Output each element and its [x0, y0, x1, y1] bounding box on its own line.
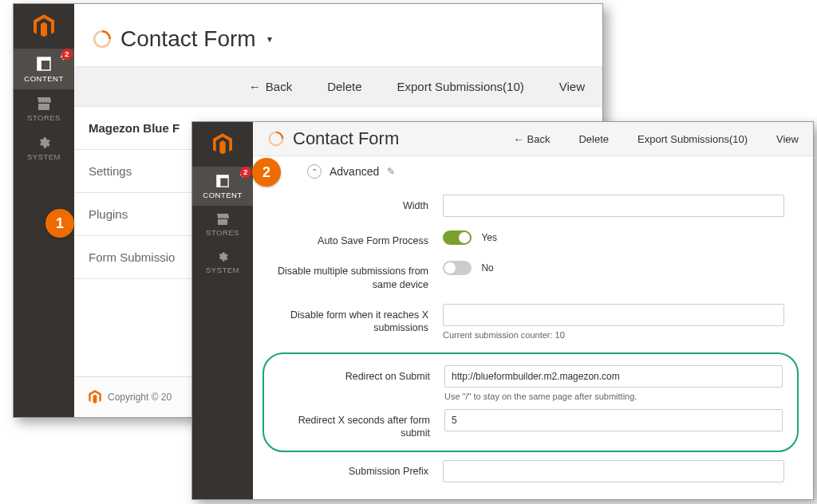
export-button[interactable]: Export Submissions(10)	[397, 80, 524, 93]
row-autosave: Auto Save Form Process Yes	[267, 230, 784, 247]
delete-button[interactable]: Delete	[578, 133, 609, 145]
magento-logo-small-icon	[89, 390, 101, 404]
spinner-icon	[267, 130, 285, 148]
nav-content-label: CONTENT	[203, 191, 242, 199]
nav-stores[interactable]: STORES	[14, 89, 74, 128]
main-b: Contact Form ←Back Delete Export Submiss…	[253, 122, 813, 499]
edit-section-button[interactable]: ✎	[387, 166, 395, 177]
nav-stores[interactable]: STORES	[192, 206, 253, 243]
row-disable-reach: Disable form when it reaches X submissio…	[267, 304, 784, 340]
title-caret-icon[interactable]: ▾	[267, 33, 272, 45]
delete-label: Delete	[327, 80, 361, 93]
view-button[interactable]: View	[559, 80, 585, 93]
notification-bell[interactable]: 2	[239, 170, 247, 179]
redirect-delay-input[interactable]	[444, 409, 783, 431]
disable-reach-helper: Current submission counter: 10	[443, 330, 784, 340]
view-label: View	[776, 133, 799, 145]
notification-badge: 2	[61, 49, 73, 60]
view-button[interactable]: View	[776, 133, 799, 145]
row-prefix: Submission Prefix	[267, 460, 784, 482]
export-button[interactable]: Export Submissions(10)	[637, 133, 748, 145]
page-title-row: Contact Form ▾	[74, 4, 602, 66]
nav-stores-label: STORES	[27, 113, 61, 122]
svg-rect-6	[217, 175, 220, 187]
row-redirect-delay: Redirect X seconds after form submit	[278, 409, 783, 440]
export-label: Export Submissions(10)	[637, 133, 748, 145]
sidebar-b: CONTENT 2 STORES SYSTEM	[192, 122, 253, 499]
nav-system[interactable]: SYSTEM	[14, 128, 74, 167]
row-redirect: Redirect on Submit Use "/" to stay on th…	[278, 365, 783, 401]
notification-badge: 2	[240, 167, 251, 178]
export-label: Export Submissions(10)	[397, 80, 524, 93]
redirect-label: Redirect on Submit	[278, 365, 444, 383]
page-title: Contact Form	[120, 26, 256, 52]
back-button[interactable]: ←Back	[514, 133, 551, 145]
notification-bell[interactable]: 2	[59, 52, 68, 62]
action-bar: ←Back Delete Export Submissions(10) View	[74, 66, 602, 107]
delete-label: Delete	[578, 133, 609, 145]
title-row: Contact Form ←Back Delete Export Submiss…	[253, 122, 813, 156]
prefix-label: Submission Prefix	[267, 460, 443, 478]
section-header: ⌃ Advanced ✎	[253, 156, 813, 187]
row-width: Width	[267, 195, 784, 217]
magento-logo	[192, 122, 253, 167]
redirect-delay-label: Redirect X seconds after form submit	[278, 409, 444, 440]
tab-settings-label: Settings	[89, 164, 132, 178]
autosave-toggle[interactable]	[443, 230, 472, 245]
pencil-icon: ✎	[387, 166, 395, 177]
page-title: Contact Form	[293, 128, 399, 149]
svg-rect-2	[37, 57, 41, 70]
arrow-left-icon: ←	[249, 80, 261, 93]
width-label: Width	[267, 195, 443, 212]
disable-reach-input[interactable]	[443, 304, 784, 326]
nav-system[interactable]: SYSTEM	[192, 243, 253, 281]
nav-content-label: CONTENT	[24, 74, 63, 83]
delete-button[interactable]: Delete	[327, 80, 361, 93]
chevron-up-icon: ⌃	[311, 167, 318, 176]
disable-multi-toggle[interactable]	[443, 261, 472, 275]
collapse-toggle[interactable]: ⌃	[307, 164, 322, 179]
back-label: Back	[266, 80, 292, 93]
arrow-left-icon: ←	[514, 133, 524, 145]
nav-content[interactable]: CONTENT 2	[192, 167, 253, 206]
panel-front: CONTENT 2 STORES SYSTEM Contact Form	[191, 121, 814, 500]
nav-system-label: SYSTEM	[206, 266, 239, 274]
form-area: Width Auto Save Form Process Yes Disable…	[253, 187, 813, 482]
autosave-state: Yes	[481, 232, 497, 243]
section-title: Advanced	[330, 165, 379, 178]
highlight-redirect: Redirect on Submit Use "/" to stay on th…	[262, 352, 799, 453]
row-disable-multi: Disable multiple submissions from same d…	[267, 260, 784, 291]
nav-content[interactable]: CONTENT 2	[14, 49, 74, 89]
tab-plugins-label: Plugins	[89, 207, 128, 221]
back-label: Back	[527, 133, 551, 145]
disable-multi-state: No	[481, 262, 493, 274]
action-bar: ←Back Delete Export Submissions(10) View	[514, 133, 799, 145]
copyright-text: Copyright © 20	[108, 392, 172, 403]
nav-stores-label: STORES	[206, 228, 239, 237]
nav-system-label: SYSTEM	[27, 152, 61, 161]
annotation-marker-2: 2	[252, 158, 281, 187]
spinner-icon	[92, 29, 112, 49]
annotation-marker-1: 1	[45, 209, 74, 238]
redirect-input[interactable]	[444, 365, 783, 388]
disable-reach-label: Disable form when it reaches X submissio…	[267, 304, 443, 335]
magento-logo	[14, 4, 74, 49]
redirect-helper: Use "/" to stay on the same page after s…	[444, 392, 783, 401]
prefix-input[interactable]	[443, 460, 784, 482]
view-label: View	[559, 80, 585, 93]
width-input[interactable]	[443, 195, 784, 217]
tab-form-submissions-label: Form Submissio	[89, 250, 175, 264]
autosave-label: Auto Save Form Process	[267, 230, 443, 247]
disable-multi-label: Disable multiple submissions from same d…	[267, 260, 443, 291]
back-button[interactable]: ←Back	[249, 80, 292, 93]
